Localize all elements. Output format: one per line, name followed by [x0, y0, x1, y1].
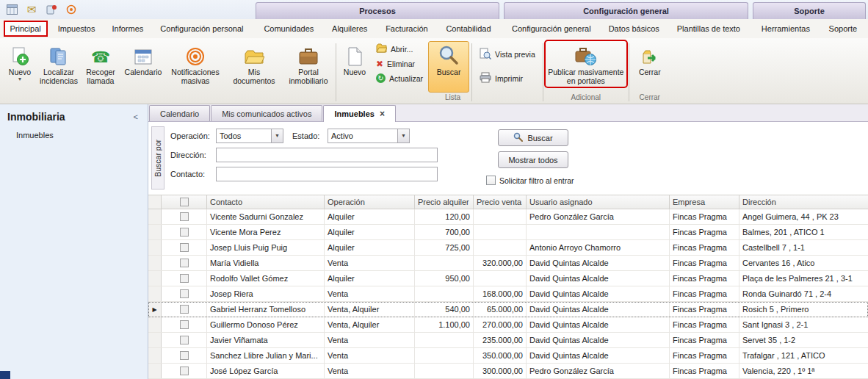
table-row[interactable]: Guillermo Donoso Pérez Venta, Alquiler 1… [148, 317, 868, 333]
row-checkbox[interactable] [180, 320, 189, 329]
ribbon-tab[interactable]: Soporte [823, 21, 864, 36]
row-checkbox[interactable] [180, 243, 189, 252]
localizar-incidencias-button[interactable]: Localizar incidencias [37, 41, 81, 87]
eliminar-button[interactable]: ✖ Eliminar [374, 59, 425, 69]
row-checkbox[interactable] [180, 228, 189, 237]
row-select-cell[interactable] [162, 209, 207, 224]
contacto-input[interactable] [216, 167, 438, 181]
mis-documentos-button[interactable]: Mis documentos [225, 41, 283, 87]
table-row[interactable]: José López García Venta 300.000,00 Pedro… [148, 364, 868, 379]
actualizar-button[interactable]: ↻ Actualizar [374, 73, 425, 84]
portal-inmobiliario-button[interactable]: Portal inmobiliario [283, 41, 333, 87]
column-header-operacion[interactable]: Operación [325, 195, 415, 209]
row-checkbox[interactable] [180, 212, 189, 221]
table-row[interactable]: Javier Viñamata Venta 235.000,00 David Q… [148, 333, 868, 348]
recoger-llamada-button[interactable]: ☎ Recoger llamada [81, 41, 120, 87]
row-checkbox[interactable] [180, 305, 189, 314]
column-header-direccion[interactable]: Dirección [739, 195, 868, 209]
publicar-masivamente-button[interactable]: Publicar masivamente en portales [546, 41, 626, 87]
calendario-button[interactable]: Calendario [120, 41, 166, 78]
table-row[interactable]: María Vidiella Venta 320.000,00 David Qu… [148, 256, 868, 271]
ribbon-group-caption [3, 93, 333, 104]
ribbon-group-imprimir: Vista previa Imprimir [474, 40, 540, 104]
ribbon-tab[interactable]: Contabilidad [440, 21, 496, 36]
sidebar-items: Inmuebles [0, 127, 148, 143]
row-select-cell[interactable] [162, 317, 207, 332]
column-header-precio-alquiler[interactable]: Precio alquiler [415, 195, 474, 209]
cell-empresa: Fincas Pragma [670, 317, 739, 332]
collapse-icon[interactable]: < [131, 112, 140, 121]
table-row[interactable]: Sanchez Llibre Julian y Mari... Venta 35… [148, 348, 868, 364]
row-select-cell[interactable] [162, 364, 207, 378]
imprimir-button[interactable]: Imprimir [477, 71, 538, 85]
call-icon[interactable] [45, 3, 58, 16]
ribbon-tab[interactable]: Herramientas [756, 21, 816, 36]
cell-empresa: Fincas Pragma [670, 256, 739, 270]
column-header-precio-venta[interactable]: Precio venta [474, 195, 527, 209]
row-select-cell[interactable] [162, 302, 207, 317]
row-checkbox[interactable] [180, 351, 189, 360]
row-select-cell[interactable] [162, 333, 207, 347]
cell-precio-venta [474, 271, 527, 286]
table-row[interactable]: Rodolfo Vallet Gómez Alquiler 950,00 Dav… [148, 271, 868, 286]
row-select-cell[interactable] [162, 348, 207, 363]
document-tab[interactable]: Inmuebles × [323, 105, 395, 122]
operacion-select[interactable]: Todos ▼ [216, 129, 283, 143]
nuevo-button[interactable]: Nuevo ▾ [3, 41, 37, 83]
incidents-icon [49, 44, 68, 66]
ribbon-tab[interactable]: Configuración personal [154, 21, 249, 36]
cell-precio-venta: 320.000,00 [474, 256, 527, 270]
select-all-checkbox[interactable] [180, 198, 189, 206]
abrir-button[interactable]: Abrir... [374, 43, 425, 55]
table-row[interactable]: Gabriel Herranz Tomelloso Venta, Alquile… [148, 302, 868, 317]
column-header-usuario-asignado[interactable]: Usuario asignado [527, 195, 670, 209]
broadcast-icon[interactable] [65, 3, 78, 16]
row-select-cell[interactable] [162, 256, 207, 270]
table-row[interactable]: Vicente Mora Perez Alquiler 700,00 Finca… [148, 225, 868, 240]
close-icon[interactable]: × [380, 109, 385, 119]
ribbon-tab[interactable]: Principal [4, 21, 47, 36]
row-checkbox[interactable] [180, 336, 189, 344]
estado-select[interactable]: Activo ▼ [328, 129, 410, 143]
row-select-cell[interactable] [162, 286, 207, 301]
row-select-cell[interactable] [162, 271, 207, 286]
row-select-cell[interactable] [162, 240, 207, 255]
document-tab[interactable]: Calendario [149, 105, 210, 121]
column-header-empresa[interactable]: Empresa [670, 195, 739, 209]
direccion-input[interactable] [216, 148, 438, 162]
row-checkbox[interactable] [180, 367, 189, 375]
ribbon-tab[interactable]: Alquileres [326, 21, 373, 36]
grid-header-checkbox[interactable] [162, 195, 207, 209]
vista-previa-button[interactable]: Vista previa [477, 47, 538, 62]
column-header-contacto[interactable]: Contacto [207, 195, 325, 209]
ribbon-tab[interactable]: Datos básicos [603, 21, 665, 36]
sidebar-item-inmuebles[interactable]: Inmuebles [0, 127, 148, 143]
document-tab[interactable]: Mis comunicados activos [211, 105, 322, 121]
ribbon-tab[interactable]: Configuración general [506, 21, 597, 36]
row-select-cell[interactable] [162, 225, 207, 239]
mail-icon[interactable]: ✉ [25, 3, 38, 16]
cerrar-button[interactable]: Cerrar [632, 41, 668, 78]
mostrar-todos-button[interactable]: Mostrar todos [498, 151, 568, 168]
ribbon-tab[interactable]: Informes [106, 21, 150, 36]
buscar-button[interactable]: Buscar [428, 41, 469, 93]
table-row[interactable]: Josep Lluis Puig Puig Alquiler 725,00 An… [148, 240, 868, 256]
nuevo-item-button[interactable]: Nuevo [339, 41, 371, 78]
solicitar-filtro-checkbox[interactable] [486, 176, 496, 185]
chevron-down-icon[interactable]: ▼ [397, 129, 409, 142]
row-checkbox[interactable] [180, 259, 189, 267]
notificaciones-masivas-button[interactable]: Notificaciones masivas [166, 41, 225, 87]
ribbon-tab-label: Datos básicos [609, 24, 659, 33]
table-row[interactable]: Vicente Sadurni Gonzalez Alquiler 120,00… [148, 209, 868, 225]
ribbon-tab[interactable]: Plantillas de texto [671, 21, 746, 36]
row-checkbox[interactable] [180, 274, 189, 283]
ribbon-tab[interactable]: Impuestos [52, 21, 101, 36]
buscar-filter-button[interactable]: Buscar [498, 129, 568, 146]
app-window-icon[interactable] [5, 3, 18, 16]
row-checkbox[interactable] [180, 289, 189, 298]
ribbon-tab[interactable]: Comunidades [258, 21, 319, 36]
cell-direccion: Servet 35 , 1-2 [739, 333, 868, 347]
table-row[interactable]: Josep Riera Venta 168.000,00 David Quint… [148, 286, 868, 302]
ribbon-tab[interactable]: Facturación [380, 21, 433, 36]
chevron-down-icon[interactable]: ▼ [271, 129, 283, 142]
